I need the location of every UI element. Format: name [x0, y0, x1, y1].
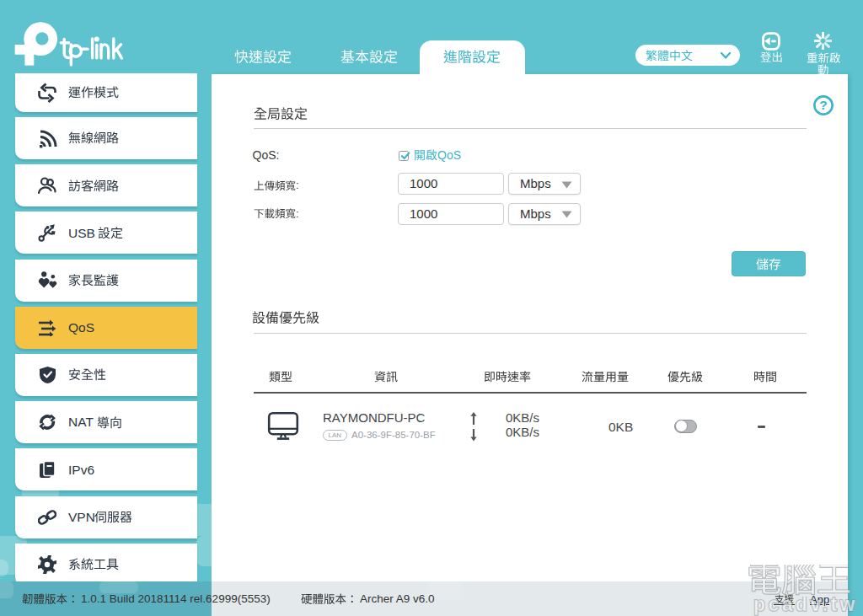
svg-text:?: ?: [819, 98, 827, 112]
svg-text:pcadv.tw: pcadv.tw: [753, 597, 858, 615]
